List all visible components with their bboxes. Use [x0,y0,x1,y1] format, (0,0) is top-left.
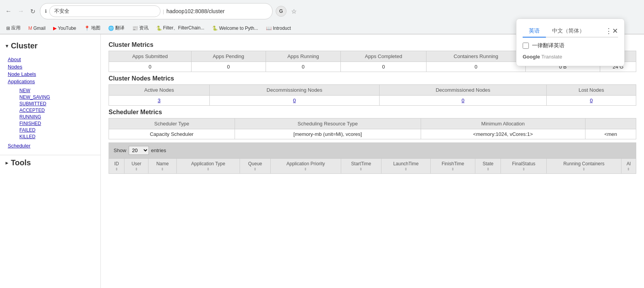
translate-close-button[interactable]: ✕ [612,25,618,37]
sidebar-item-running[interactable]: RUNNING [19,114,81,120]
sort-finishtime-icon[interactable]: ⇕ [451,167,454,171]
col-decommissioned-nodes: Decommissioned Nodes [380,85,547,96]
val-apps-submitted: 0 [109,62,192,72]
col-lost-nodes: Lost Nodes [547,85,636,96]
val-extra-alloc: <men [585,129,636,139]
bookmark-maps[interactable]: 📍 地图 [82,24,103,32]
sort-user-icon[interactable]: ⇕ [135,167,138,171]
address-bar[interactable]: ℹ 不安全 | hadoop102:8088/cluster [40,3,273,19]
sidebar-item-accepted[interactable]: ACCEPTED [19,108,81,113]
cluster-arrow-icon: ▼ [5,43,9,49]
tools-header[interactable]: ► Tools [0,155,100,170]
val-scheduling-resource-type: [memory-mb (unit=Mi), vcores] [235,129,421,139]
translate-lang-zh-button[interactable]: 中文（简体） [546,25,591,37]
sort-priority-icon[interactable]: ⇕ [304,167,307,171]
sidebar-item-new-saving[interactable]: NEW_SAVING [19,94,81,100]
sidebar-item-nodes[interactable]: Nodes [8,64,93,70]
sidebar-item-node-labels[interactable]: Node Labels [8,71,93,77]
translate-options-button[interactable]: ⋮ [605,25,612,37]
google-text: Google [523,54,540,60]
col-id: ID ⇕ [109,159,124,174]
val-active-nodes[interactable]: 3 [109,96,210,106]
translate-always-checkbox[interactable] [523,43,529,49]
page-layout: ▼ Cluster About Nodes Node Labels Applic… [0,34,644,288]
val-apps-completed: 0 [341,62,426,72]
main-content: Cluster Metrics Apps Submitted Apps Pend… [101,34,644,288]
applications-table: ID ⇕ User ⇕ Name ⇕ [109,158,636,174]
entries-suffix: entries [151,147,166,153]
show-label: Show [114,147,126,153]
bookmark-intro[interactable]: 📖 Introduct [264,25,294,32]
col-final-status: FinalStatus ⇕ [501,159,547,174]
val-apps-pending: 0 [191,62,266,72]
translate-popup: 英语 中文（简体） ⋮ ✕ 一律翻译英语 Google Translate [516,19,625,66]
translate-checkbox-row: 一律翻译英语 [523,42,618,49]
translate-lang-bar: 英语 中文（简体） ⋮ ✕ [523,25,618,38]
sort-al-icon[interactable]: ⇕ [627,167,630,171]
url-display: hadoop102:8088/cluster [166,8,268,14]
sort-running-icon[interactable]: ⇕ [582,167,585,171]
sort-launchtime-icon[interactable]: ⇕ [404,167,407,171]
col-state: State ⇕ [475,159,501,174]
col-containers-running: Containers Running [426,51,525,62]
gmail-icon: M [28,26,32,31]
bookmark-youtube[interactable]: ▶ YouTube [51,25,78,32]
bookmark-gmail[interactable]: M Gmail [26,25,48,32]
col-decommissioning-nodes: Decommissioning Nodes [209,85,380,96]
back-button[interactable]: ← [4,6,13,16]
tools-label: Tools [11,158,31,167]
col-extra [585,118,636,129]
sort-state-icon[interactable]: ⇕ [487,167,490,171]
col-queue: Queue ⇕ [240,159,270,174]
col-active-nodes: Active Nodes [109,85,210,96]
show-entries-bar: Show 10 20 50 100 entries [109,142,636,158]
bookmark-news[interactable]: 📰 资讯 [130,24,151,32]
tools-section: ► Tools [0,155,100,170]
bookmark-gmail-label: Gmail [33,26,45,31]
youtube-icon: ▶ [53,26,57,31]
sidebar-item-submitted[interactable]: SUBMITTED [19,101,81,106]
scheduler-metrics-table: Scheduler Type Scheduling Resource Type … [109,118,636,139]
sidebar-item-finished[interactable]: FINISHED [19,121,81,126]
col-launch-time: LaunchTime ⇕ [381,159,430,174]
val-apps-running: 0 [266,62,341,72]
sidebar-item-applications[interactable]: Applications [8,79,93,84]
bookmark-apps[interactable]: ⊞ 应用 [4,24,23,32]
bookmark-icon[interactable]: ☆ [290,6,298,17]
val-minimum-allocation: <memory:1024, vCores:1> [421,129,585,139]
scheduler-metrics-title: Scheduler Metrics [109,109,636,116]
sidebar-item-about[interactable]: About [8,57,93,62]
sidebar-item-new[interactable]: NEW [19,88,81,93]
col-running-containers: Running Containers ⇕ [547,159,621,174]
cluster-header[interactable]: ▼ Cluster [0,38,100,53]
translate-lang-en-button[interactable]: 英语 [523,25,546,38]
sort-starttime-icon[interactable]: ⇕ [359,167,363,171]
val-lost-nodes[interactable]: 0 [547,96,636,106]
sidebar-item-scheduler[interactable]: Scheduler [8,143,93,149]
bookmark-python[interactable]: 🐍 Welcome to Pyth... [210,25,260,32]
reload-button[interactable]: ↻ [29,6,37,17]
bookmark-translate[interactable]: 🌐 翻译 [106,24,127,32]
bookmark-python-label: Welcome to Pyth... [219,26,258,31]
val-decommissioned-nodes[interactable]: 0 [380,96,547,106]
col-apps-pending: Apps Pending [191,51,266,62]
book-icon: 📖 [266,26,272,31]
sort-name-icon[interactable]: ⇕ [161,167,164,171]
sort-queue-icon[interactable]: ⇕ [254,167,257,171]
entries-select[interactable]: 10 20 50 100 [129,146,149,155]
sidebar-item-failed[interactable]: FAILED [19,127,81,133]
sort-finalstatus-icon[interactable]: ⇕ [522,167,525,171]
col-finish-time: FinishTime ⇕ [430,159,475,174]
col-name: Name ⇕ [148,159,177,174]
val-decommissioning-nodes[interactable]: 0 [209,96,380,106]
bookmark-translate-label: 翻译 [115,25,124,31]
translate-icon[interactable]: G [276,6,287,17]
python-icon-1: 🐍 [156,26,162,31]
sidebar-item-killed[interactable]: KILLED [19,134,81,139]
sort-apptype-icon[interactable]: ⇕ [207,167,210,171]
security-icon: ℹ [45,9,47,14]
sort-id-icon[interactable]: ⇕ [115,167,118,171]
forward-button[interactable]: → [16,6,26,16]
translate-text: Translate [541,54,562,60]
bookmark-filter[interactable]: 🐍 Filter、FilterChain... [154,24,207,32]
